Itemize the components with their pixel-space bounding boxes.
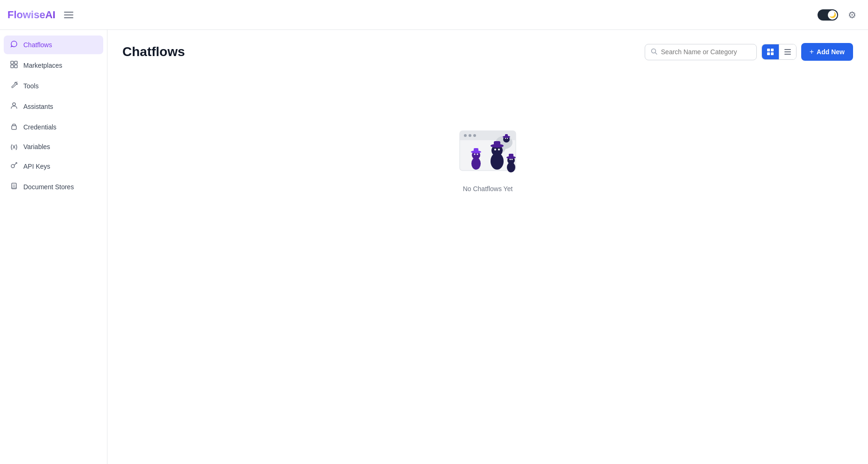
sidebar-api-keys-label: API Keys	[23, 163, 50, 170]
sidebar-variables-label: Variables	[23, 143, 50, 150]
sidebar-item-marketplaces[interactable]: Marketplaces	[4, 56, 103, 75]
svg-point-23	[464, 134, 467, 137]
svg-rect-19	[784, 54, 791, 55]
sidebar-item-tools[interactable]: Tools	[4, 77, 103, 95]
svg-rect-3	[14, 65, 17, 68]
list-view-button[interactable]	[779, 44, 796, 59]
theme-toggle[interactable]: 🌙	[818, 9, 838, 21]
chatflows-icon	[9, 40, 19, 50]
svg-rect-44	[505, 134, 508, 137]
svg-rect-5	[12, 126, 16, 129]
svg-rect-2	[11, 65, 14, 68]
header-left: FlowiseAI	[7, 9, 76, 21]
svg-rect-18	[784, 51, 791, 52]
svg-rect-14	[771, 49, 774, 51]
search-icon	[651, 48, 657, 56]
app-header: FlowiseAI 🌙 ⚙	[0, 0, 868, 30]
svg-point-4	[13, 103, 15, 106]
svg-point-24	[469, 134, 471, 137]
page-title: Chatflows	[122, 44, 185, 59]
tools-icon	[9, 81, 19, 91]
assistants-icon	[9, 102, 19, 111]
add-new-plus-icon: +	[810, 48, 814, 56]
sidebar-item-assistants[interactable]: Assistants	[4, 97, 103, 116]
body-container: Chatflows Marketplaces Tools	[0, 30, 868, 464]
sidebar-item-credentials[interactable]: Credentials	[4, 118, 103, 136]
svg-point-31	[498, 149, 500, 150]
grid-view-button[interactable]	[762, 44, 779, 59]
settings-button[interactable]: ⚙	[844, 7, 861, 23]
sidebar-marketplaces-label: Marketplaces	[23, 62, 62, 69]
svg-rect-13	[767, 49, 770, 51]
sidebar-document-stores-label: Document Stores	[23, 183, 74, 191]
svg-point-30	[494, 149, 496, 150]
empty-state-text: No Chatflows Yet	[463, 185, 513, 193]
sidebar-item-document-stores[interactable]: Document Stores	[4, 178, 103, 196]
sidebar-item-variables[interactable]: (x) Variables	[4, 138, 103, 155]
menu-line-2	[64, 14, 73, 15]
sidebar-assistants-label: Assistants	[23, 103, 53, 110]
svg-point-37	[477, 154, 478, 155]
menu-line-1	[64, 12, 73, 13]
sidebar-item-chatflows[interactable]: Chatflows	[4, 36, 103, 54]
add-new-label: Add New	[817, 48, 845, 56]
menu-line-3	[64, 17, 73, 18]
svg-rect-1	[14, 61, 17, 64]
svg-rect-50	[509, 154, 513, 158]
api-keys-icon	[9, 162, 19, 171]
main-header-controls: + Add New	[645, 43, 853, 61]
svg-line-12	[655, 52, 657, 54]
header-right: 🌙 ⚙	[818, 7, 861, 23]
add-new-button[interactable]: + Add New	[801, 43, 853, 61]
sidebar-chatflows-label: Chatflows	[23, 41, 52, 49]
menu-button[interactable]	[61, 9, 76, 21]
variables-icon: (x)	[9, 143, 19, 150]
sidebar: Chatflows Marketplaces Tools	[0, 30, 107, 464]
main-content: Chatflows	[107, 30, 868, 464]
sidebar-tools-label: Tools	[23, 82, 39, 90]
sidebar-item-api-keys[interactable]: API Keys	[4, 157, 103, 176]
svg-rect-17	[784, 49, 791, 50]
document-stores-icon	[9, 182, 19, 192]
svg-rect-0	[11, 61, 14, 64]
main-header: Chatflows	[122, 43, 853, 61]
svg-rect-33	[494, 141, 500, 147]
svg-rect-16	[771, 52, 774, 55]
gear-icon: ⚙	[848, 9, 856, 21]
svg-point-25	[473, 134, 476, 137]
empty-illustration	[450, 117, 525, 178]
empty-state: No Chatflows Yet	[122, 117, 853, 193]
logo: FlowiseAI	[7, 9, 56, 21]
marketplaces-icon	[9, 61, 19, 70]
view-toggle	[761, 44, 797, 60]
svg-rect-39	[474, 148, 478, 153]
credentials-icon	[9, 122, 19, 132]
search-input[interactable]	[661, 48, 751, 56]
sidebar-credentials-label: Credentials	[23, 123, 57, 131]
svg-point-36	[474, 154, 476, 155]
svg-rect-15	[767, 52, 770, 55]
moon-icon: 🌙	[829, 12, 836, 18]
search-box	[645, 44, 757, 60]
theme-toggle-circle: 🌙	[828, 10, 837, 20]
